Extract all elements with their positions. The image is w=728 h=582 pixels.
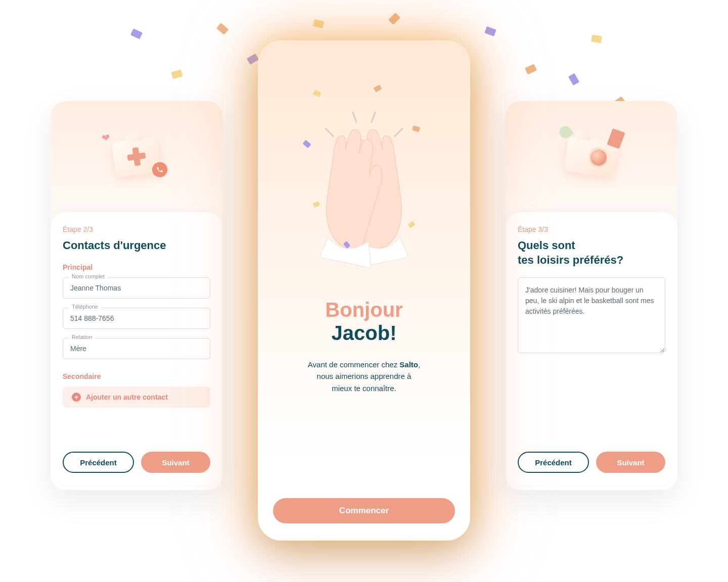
card-footer: Précédent Suivant [518, 452, 665, 473]
add-contact-button[interactable]: + Ajouter un autre contact [63, 386, 210, 408]
card-body: Étape 3/3 Quels sont tes loisirs préféré… [506, 212, 677, 485]
confetti-piece [130, 28, 143, 39]
greeting-name: Jacob! [308, 321, 420, 345]
camera-icon [564, 135, 619, 177]
confetti-piece [525, 64, 537, 74]
previous-button[interactable]: Précédent [518, 452, 589, 473]
confetti-piece [484, 26, 496, 36]
add-contact-label: Ajouter un autre contact [86, 393, 168, 401]
confetti-piece [216, 23, 229, 35]
step-indicator: Étape 3/3 [518, 225, 665, 233]
phone-input[interactable] [63, 308, 210, 329]
confetti-piece [171, 70, 183, 79]
greeting-subtitle: Avant de commencer chez Salto, nous aime… [308, 359, 420, 394]
medkit-icon: ❤ [112, 136, 162, 177]
confetti-piece [568, 73, 579, 85]
card-body: Étape 2/3 Contacts d'urgence Principal N… [51, 212, 222, 485]
hobbies-card: Étape 3/3 Quels sont tes loisirs préféré… [506, 101, 677, 490]
card-header-illustration [506, 101, 677, 212]
relation-input[interactable] [63, 338, 210, 359]
welcome-phone-screen: Bonjour Jacob! Avant de commencer chez S… [258, 40, 470, 541]
leaf-icon [557, 124, 574, 141]
card-header-illustration: ❤ [51, 101, 222, 212]
hobbies-textarea[interactable] [518, 277, 665, 353]
card-title: Quels sont tes loisirs préférés? [518, 238, 665, 267]
start-button[interactable]: Commencer [273, 498, 455, 523]
name-input[interactable] [63, 277, 210, 299]
plus-icon: + [72, 393, 81, 402]
heart-icon: ❤ [101, 131, 111, 144]
name-field: Nom complet [63, 277, 210, 299]
relation-field-label: Relation [69, 334, 95, 340]
relation-field: Relation [63, 338, 210, 359]
secondary-section-label: Secondaire [63, 372, 210, 380]
greeting-hello: Bonjour [308, 298, 420, 321]
primary-section-label: Principal [63, 263, 210, 271]
confetti-piece [313, 19, 325, 29]
card-footer: Précédent Suivant [63, 452, 210, 473]
hands-svg [288, 86, 440, 268]
previous-button[interactable]: Précédent [63, 452, 134, 473]
next-button[interactable]: Suivant [596, 452, 665, 473]
greeting-block: Bonjour Jacob! Avant de commencer chez S… [308, 298, 420, 394]
step-indicator: Étape 2/3 [63, 225, 210, 233]
hobbies-textarea-wrap [518, 277, 665, 355]
phone-field-label: Téléphone [69, 304, 101, 310]
next-button[interactable]: Suivant [141, 452, 210, 473]
high-five-illustration [273, 61, 455, 293]
phone-field: Téléphone [63, 308, 210, 329]
confetti-piece [388, 13, 400, 25]
card-title: Contacts d'urgence [63, 238, 210, 253]
phone-badge-icon [151, 161, 168, 178]
book-icon [607, 128, 625, 149]
emergency-contacts-card: ❤ Étape 2/3 Contacts d'urgence Principal… [51, 101, 222, 490]
name-field-label: Nom complet [69, 273, 108, 279]
confetti-piece [591, 34, 602, 43]
confetti-piece [247, 54, 259, 65]
